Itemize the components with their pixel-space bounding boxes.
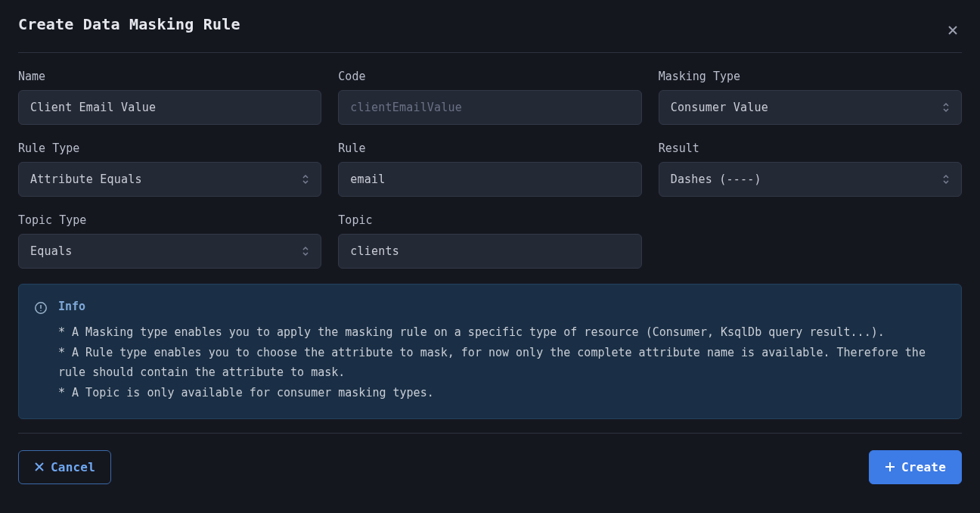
cancel-button[interactable]: Cancel xyxy=(18,450,111,484)
field-topic: Topic xyxy=(338,213,641,269)
topic-type-value: Equals xyxy=(30,244,72,258)
rule-label: Rule xyxy=(338,141,641,155)
field-topic-type: Topic Type Equals xyxy=(18,213,321,269)
topic-label: Topic xyxy=(338,213,641,227)
result-select[interactable]: Dashes (----) xyxy=(659,162,962,197)
dialog-header: Create Data Masking Rule xyxy=(18,15,962,53)
field-rule-type: Rule Type Attribute Equals xyxy=(18,141,321,197)
dialog-footer: Cancel Create xyxy=(18,433,962,484)
code-input[interactable] xyxy=(350,101,629,114)
topic-input-wrapper xyxy=(338,234,641,269)
close-icon xyxy=(34,462,45,472)
close-icon xyxy=(947,24,959,39)
close-button[interactable] xyxy=(944,21,962,42)
masking-type-label: Masking Type xyxy=(659,70,962,83)
topic-type-label: Topic Type xyxy=(18,213,321,227)
name-label: Name xyxy=(18,70,321,83)
masking-type-value: Consumer Value xyxy=(671,101,768,114)
form-grid: Name Code Masking Type Consumer Value Ru… xyxy=(18,70,962,269)
info-content: Info * A Masking type enables you to app… xyxy=(58,300,943,403)
info-text: * A Masking type enables you to apply th… xyxy=(58,322,943,403)
info-icon xyxy=(34,300,48,403)
info-title: Info xyxy=(58,300,943,313)
rule-type-label: Rule Type xyxy=(18,141,321,155)
svg-point-2 xyxy=(40,310,41,311)
field-name: Name xyxy=(18,70,321,125)
rule-type-value: Attribute Equals xyxy=(30,173,142,186)
field-result: Result Dashes (----) xyxy=(659,141,962,197)
chevron-up-down-icon xyxy=(302,174,309,185)
field-rule: Rule xyxy=(338,141,641,197)
rule-input-wrapper xyxy=(338,162,641,197)
create-button-label: Create xyxy=(901,460,946,474)
dialog-title: Create Data Masking Rule xyxy=(18,15,240,33)
result-value: Dashes (----) xyxy=(671,173,761,186)
name-input[interactable] xyxy=(30,101,309,114)
create-masking-rule-dialog: Create Data Masking Rule Name Code Maski… xyxy=(0,0,980,493)
masking-type-select[interactable]: Consumer Value xyxy=(659,90,962,125)
name-input-wrapper xyxy=(18,90,321,125)
create-button[interactable]: Create xyxy=(869,450,962,484)
field-code: Code xyxy=(338,70,641,125)
code-label: Code xyxy=(338,70,641,83)
topic-input[interactable] xyxy=(350,244,629,258)
field-masking-type: Masking Type Consumer Value xyxy=(659,70,962,125)
rule-input[interactable] xyxy=(350,173,629,186)
code-input-wrapper xyxy=(338,90,641,125)
cancel-button-label: Cancel xyxy=(51,460,95,474)
info-panel: Info * A Masking type enables you to app… xyxy=(18,284,962,419)
chevron-up-down-icon xyxy=(942,102,950,113)
chevron-up-down-icon xyxy=(302,246,309,256)
topic-type-select[interactable]: Equals xyxy=(18,234,321,269)
chevron-up-down-icon xyxy=(942,174,950,185)
plus-icon xyxy=(885,462,895,472)
rule-type-select[interactable]: Attribute Equals xyxy=(18,162,321,197)
result-label: Result xyxy=(659,141,962,155)
